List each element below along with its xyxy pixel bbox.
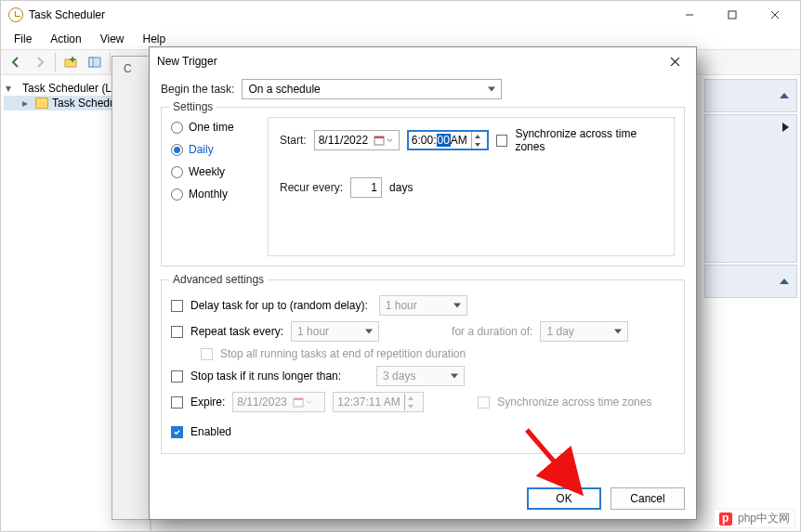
begin-task-value: On a schedule [248, 83, 320, 96]
toolbar-separator [55, 53, 56, 71]
actions-item[interactable] [704, 265, 797, 298]
start-label: Start: [280, 134, 307, 147]
tree-caret-icon[interactable]: ▾ [6, 82, 15, 95]
schedule-monthly-radio[interactable]: Monthly [171, 188, 255, 201]
svg-rect-1 [65, 59, 76, 67]
expire-date-input[interactable]: 8/11/2023 [232, 392, 325, 412]
sync-timezones-checkbox[interactable] [496, 135, 508, 147]
watermark-logo-icon [719, 513, 732, 526]
chevron-down-icon [488, 87, 495, 92]
stop-if-longer-combo[interactable]: 3 days [376, 366, 465, 386]
expire-time-input[interactable]: 12:37:11 AM [333, 392, 424, 412]
window-maximize-button[interactable] [711, 1, 754, 29]
titlebar: Task Scheduler [1, 1, 800, 29]
calendar-dropdown-icon[interactable] [293, 396, 312, 408]
folder-icon [35, 97, 48, 109]
expire-sync-tz-checkbox [478, 396, 490, 409]
start-date-input[interactable]: 8/11/2022 [314, 130, 400, 150]
expire-sync-tz-label: Synchronize across time zones [497, 396, 651, 409]
start-time-prefix: 6:00: [412, 134, 437, 147]
recur-label: Recur every: [280, 181, 343, 194]
tree-caret-icon[interactable]: ▸ [22, 97, 32, 110]
start-time-selection: 00 [437, 134, 451, 147]
svg-rect-0 [729, 11, 736, 19]
svg-rect-9 [294, 398, 303, 400]
window-minimize-button[interactable] [668, 1, 711, 29]
watermark-text: php中文网 [738, 511, 790, 526]
toolbar-forward-button[interactable] [29, 52, 51, 72]
repeat-task-checkbox[interactable] [171, 326, 183, 338]
start-time-suffix: AM [451, 134, 467, 147]
chevron-down-icon [453, 304, 461, 308]
window-close-button[interactable] [754, 1, 796, 29]
recur-every-value: 1 [371, 181, 377, 194]
toolbar-separator [110, 53, 111, 71]
recur-every-input[interactable]: 1 [350, 177, 382, 198]
menu-action[interactable]: Action [43, 31, 88, 47]
schedule-one-time-radio[interactable]: One time [171, 121, 255, 134]
svg-rect-3 [89, 58, 93, 67]
chevron-down-icon [451, 374, 458, 379]
begin-task-combo[interactable]: On a schedule [242, 79, 502, 99]
expire-checkbox[interactable] [171, 396, 183, 409]
delay-task-label: Delay task for up to (random delay): [190, 299, 368, 312]
watermark: php中文网 [714, 509, 795, 528]
stop-all-checkbox [201, 348, 213, 360]
stop-all-label: Stop all running tasks at end of repetit… [220, 347, 466, 360]
settings-legend: Settings [169, 100, 217, 113]
settings-fieldset: Settings One time Daily Weekly Monthly S… [161, 107, 685, 266]
dialog-title: New Trigger [157, 55, 661, 68]
actions-pane [704, 77, 797, 298]
expire-label: Expire: [190, 396, 225, 409]
start-date-value: 8/11/2022 [319, 134, 368, 147]
calendar-dropdown-icon[interactable] [374, 135, 393, 146]
repeat-task-combo[interactable]: 1 hour [291, 321, 379, 342]
cancel-button[interactable]: Cancel [611, 487, 685, 510]
time-spinner[interactable] [404, 394, 417, 410]
stop-if-longer-label: Stop task if it runs longer than: [190, 370, 341, 383]
toolbar-new-folder-button[interactable] [59, 52, 82, 72]
stop-if-longer-checkbox[interactable] [171, 370, 183, 383]
new-trigger-dialog: New Trigger Begin the task: On a schedul… [149, 46, 697, 520]
app-clock-icon [8, 7, 23, 22]
schedule-daily-radio[interactable]: Daily [171, 143, 255, 156]
ok-button[interactable]: OK [527, 487, 601, 510]
actions-item[interactable] [704, 79, 797, 112]
schedule-weekly-radio[interactable]: Weekly [171, 165, 255, 178]
dialog-titlebar: New Trigger [150, 47, 696, 75]
duration-combo[interactable]: 1 day [540, 321, 628, 342]
duration-label: for a duration of: [452, 325, 532, 338]
menu-view[interactable]: View [93, 31, 132, 47]
enabled-checkbox[interactable] [171, 426, 183, 438]
chevron-down-icon [365, 330, 373, 334]
menu-help[interactable]: Help [136, 31, 174, 47]
svg-rect-7 [374, 136, 384, 138]
advanced-legend: Advanced settings [169, 273, 268, 286]
delay-task-combo[interactable]: 1 hour [379, 295, 467, 316]
toolbar-back-button[interactable] [5, 52, 27, 72]
toolbar-panel-button[interactable] [84, 52, 106, 72]
recur-unit: days [389, 181, 413, 194]
delay-task-checkbox[interactable] [171, 300, 183, 312]
repeat-task-label: Repeat task every: [190, 325, 283, 338]
actions-item[interactable] [704, 114, 797, 263]
tree-root-label: Task Scheduler (L [22, 82, 112, 95]
time-spinner[interactable] [471, 132, 484, 149]
menu-file[interactable]: File [7, 31, 39, 47]
app-title: Task Scheduler [29, 8, 105, 21]
dialog-close-button[interactable] [661, 47, 689, 75]
sync-timezones-label: Synchronize across time zones [515, 127, 663, 153]
enabled-label: Enabled [190, 425, 231, 438]
begin-task-label: Begin the task: [161, 83, 234, 96]
advanced-settings-fieldset: Advanced settings Delay task for up to (… [161, 279, 685, 454]
chevron-down-icon [614, 330, 622, 334]
start-time-input[interactable]: 6:00:00 AM [407, 130, 489, 150]
